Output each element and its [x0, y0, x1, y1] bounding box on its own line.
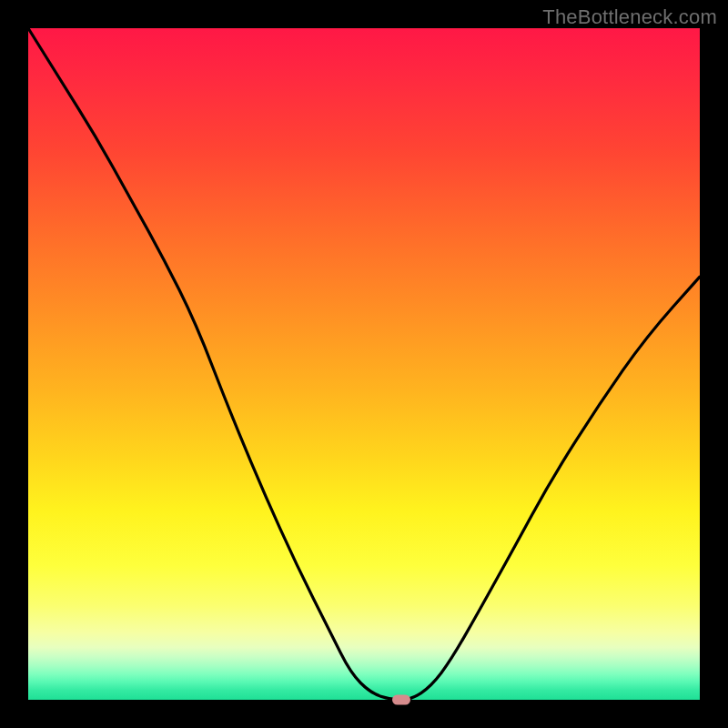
- chart-frame: TheBottleneck.com: [0, 0, 728, 728]
- bottleneck-curve: [28, 28, 700, 700]
- watermark-text: TheBottleneck.com: [542, 5, 717, 29]
- chart-plot-area: [28, 28, 700, 700]
- optimal-point-marker: [392, 695, 410, 705]
